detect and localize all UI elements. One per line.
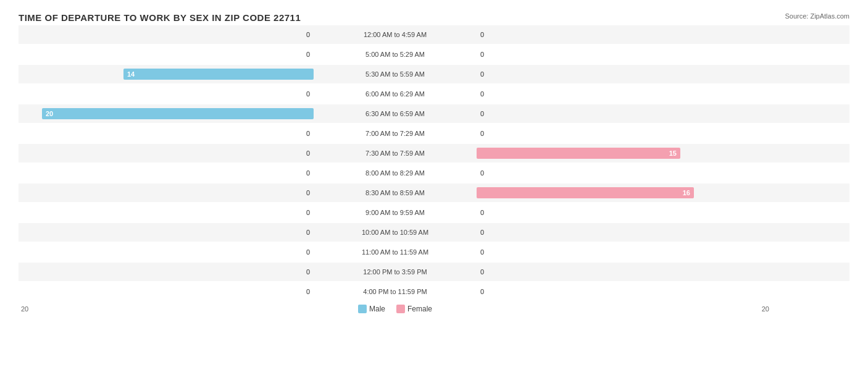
table-row: 011:00 AM to 11:59 AM0 bbox=[19, 243, 849, 261]
axis-right-value: 20 bbox=[475, 305, 772, 313]
table-row: 145:30 AM to 5:59 AM0 bbox=[19, 65, 849, 83]
chart-area: 012:00 AM to 4:59 AM005:00 AM to 5:29 AM… bbox=[19, 25, 849, 301]
female-bar-container: 0 bbox=[475, 164, 772, 182]
table-row: 012:00 PM to 3:59 PM0 bbox=[19, 263, 849, 281]
male-zero-label: 0 bbox=[306, 229, 310, 236]
male-bar-container: 0 bbox=[19, 164, 315, 182]
time-label: 12:00 AM to 4:59 AM bbox=[315, 31, 475, 38]
table-row: 08:00 AM to 8:29 AM0 bbox=[19, 164, 849, 182]
female-zero-label: 0 bbox=[480, 70, 484, 78]
male-bar-container: 14 bbox=[19, 65, 315, 83]
female-bar-container: 0 bbox=[475, 263, 772, 281]
female-zero-label: 0 bbox=[480, 110, 484, 117]
male-zero-label: 0 bbox=[306, 31, 310, 38]
time-label: 11:00 AM to 11:59 AM bbox=[315, 248, 475, 256]
female-zero-label: 0 bbox=[480, 130, 484, 137]
time-label: 10:00 AM to 10:59 AM bbox=[315, 229, 475, 236]
male-bar-container: 0 bbox=[19, 223, 315, 242]
legend-male: Male bbox=[358, 305, 385, 313]
table-row: 05:00 AM to 5:29 AM0 bbox=[19, 45, 849, 64]
female-bar: 15 bbox=[477, 148, 680, 159]
female-zero-label: 0 bbox=[480, 169, 484, 177]
male-bar: 20 bbox=[42, 108, 314, 119]
male-bar-container: 0 bbox=[19, 124, 315, 143]
axis-left-value: 20 bbox=[19, 305, 315, 313]
female-zero-label: 0 bbox=[480, 288, 484, 295]
female-zero-label: 0 bbox=[480, 51, 484, 58]
male-zero-label: 0 bbox=[306, 51, 310, 58]
table-row: 06:00 AM to 6:29 AM0 bbox=[19, 85, 849, 103]
female-bar-value: 16 bbox=[683, 189, 690, 196]
female-bar-container: 0 bbox=[475, 243, 772, 261]
table-row: 012:00 AM to 4:59 AM0 bbox=[19, 25, 849, 44]
male-bar-value: 14 bbox=[127, 70, 135, 78]
time-label: 7:30 AM to 7:59 AM bbox=[315, 150, 475, 157]
legend-female: Female bbox=[396, 305, 432, 313]
table-row: 04:00 PM to 11:59 PM0 bbox=[19, 282, 849, 301]
male-bar-container: 0 bbox=[19, 282, 315, 301]
table-row: 08:30 AM to 8:59 AM16 bbox=[19, 184, 849, 202]
table-row: 07:00 AM to 7:29 AM0 bbox=[19, 124, 849, 143]
time-label: 8:00 AM to 8:29 AM bbox=[315, 169, 475, 177]
time-label: 9:00 AM to 9:59 AM bbox=[315, 209, 475, 216]
time-label: 8:30 AM to 8:59 AM bbox=[315, 189, 475, 196]
male-bar-container: 0 bbox=[19, 184, 315, 202]
axis-bottom: 20 Male Female 20 bbox=[19, 305, 849, 313]
male-zero-label: 0 bbox=[306, 248, 310, 256]
male-zero-label: 0 bbox=[306, 150, 310, 157]
table-row: 206:30 AM to 6:59 AM0 bbox=[19, 104, 849, 123]
table-row: 09:00 AM to 9:59 AM0 bbox=[19, 203, 849, 222]
female-bar-container: 0 bbox=[475, 104, 772, 123]
time-label: 4:00 PM to 11:59 PM bbox=[315, 288, 475, 295]
table-row: 07:30 AM to 7:59 AM15 bbox=[19, 144, 849, 162]
male-zero-label: 0 bbox=[306, 209, 310, 216]
male-bar-container: 0 bbox=[19, 144, 315, 162]
female-bar-value: 15 bbox=[669, 150, 677, 157]
female-bar-container: 0 bbox=[475, 282, 772, 301]
time-label: 6:00 AM to 6:29 AM bbox=[315, 90, 475, 98]
male-zero-label: 0 bbox=[306, 288, 310, 295]
male-zero-label: 0 bbox=[306, 90, 310, 98]
female-zero-label: 0 bbox=[480, 248, 484, 256]
chart-title: TIME OF DEPARTURE TO WORK BY SEX IN ZIP … bbox=[19, 12, 301, 23]
legend-male-box bbox=[358, 305, 367, 313]
female-bar-container: 0 bbox=[475, 223, 772, 242]
female-bar-container: 0 bbox=[475, 45, 772, 64]
time-label: 7:00 AM to 7:29 AM bbox=[315, 130, 475, 137]
male-bar-value: 20 bbox=[46, 110, 53, 117]
male-bar-container: 0 bbox=[19, 203, 315, 222]
time-label: 12:00 PM to 3:59 PM bbox=[315, 268, 475, 276]
time-label: 6:30 AM to 6:59 AM bbox=[315, 110, 475, 117]
male-bar-container: 0 bbox=[19, 45, 315, 64]
female-bar-container: 0 bbox=[475, 124, 772, 143]
female-zero-label: 0 bbox=[480, 31, 484, 38]
male-zero-label: 0 bbox=[306, 268, 310, 276]
male-bar-container: 20 bbox=[19, 104, 315, 123]
legend-female-box bbox=[396, 305, 405, 313]
source-label: Source: ZipAtlas.com bbox=[785, 12, 849, 20]
female-zero-label: 0 bbox=[480, 209, 484, 216]
female-zero-label: 0 bbox=[480, 229, 484, 236]
female-bar-container: 15 bbox=[475, 144, 772, 162]
male-zero-label: 0 bbox=[306, 189, 310, 196]
legend-female-label: Female bbox=[407, 305, 432, 313]
legend-male-label: Male bbox=[369, 305, 385, 313]
time-label: 5:30 AM to 5:59 AM bbox=[315, 70, 475, 78]
female-zero-label: 0 bbox=[480, 90, 484, 98]
male-zero-label: 0 bbox=[306, 130, 310, 137]
chart-container: TIME OF DEPARTURE TO WORK BY SEX IN ZIP … bbox=[0, 0, 868, 338]
time-label: 5:00 AM to 5:29 AM bbox=[315, 51, 475, 58]
male-bar-container: 0 bbox=[19, 25, 315, 44]
female-bar-container: 0 bbox=[475, 85, 772, 103]
female-bar-container: 0 bbox=[475, 203, 772, 222]
table-row: 010:00 AM to 10:59 AM0 bbox=[19, 223, 849, 242]
legend: Male Female bbox=[315, 305, 475, 313]
female-bar-container: 0 bbox=[475, 25, 772, 44]
female-bar-container: 0 bbox=[475, 65, 772, 83]
male-bar-container: 0 bbox=[19, 263, 315, 281]
male-bar: 14 bbox=[123, 69, 314, 80]
male-bar-container: 0 bbox=[19, 243, 315, 261]
male-zero-label: 0 bbox=[306, 169, 310, 177]
female-bar-container: 16 bbox=[475, 184, 772, 202]
male-bar-container: 0 bbox=[19, 85, 315, 103]
